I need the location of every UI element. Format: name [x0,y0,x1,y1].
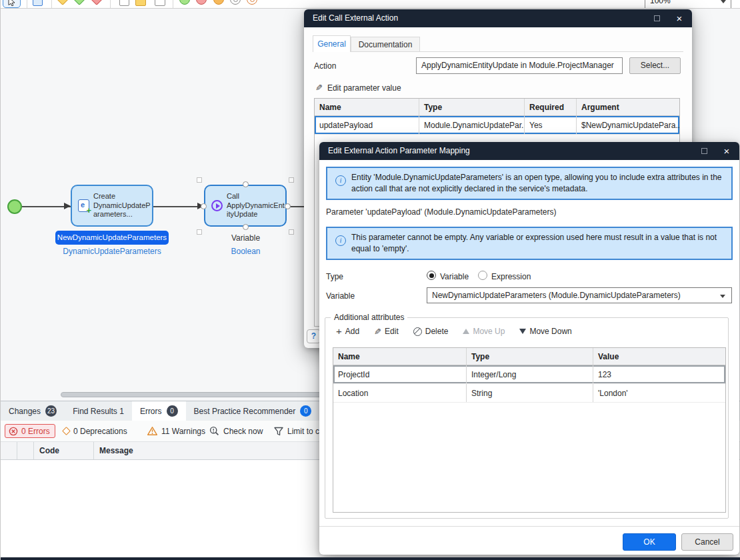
not-empty-info-text: This parameter cannot be empty. Any vari… [351,232,723,255]
create-object-node[interactable]: e+ Create DynamicUpdateP arameters... [71,185,153,227]
close-button[interactable]: × [717,142,737,160]
bottom-tab-label: Best Practice Recommender [194,407,296,416]
start-event-node[interactable] [7,199,22,214]
column-header[interactable]: Argument [577,99,679,115]
select-action-button[interactable]: Select... [629,57,681,74]
action-value-field[interactable]: ApplyDynamicEntityUpdate in Module.Proje… [416,57,623,74]
note-tool-icon[interactable] [135,0,146,6]
selection-handle[interactable] [197,177,202,183]
play-icon [211,200,223,211]
table-row[interactable]: updatePayloadModule.DynamicUpdatePar...Y… [315,116,679,135]
move-down-button[interactable]: Move Down [519,327,571,336]
end-event-tool-icon[interactable] [196,0,207,5]
ok-button[interactable]: OK [623,533,676,551]
bottom-tab-changes[interactable]: Changes23 [1,401,65,421]
additional-attributes-label: Additional attributes [331,313,407,322]
not-empty-info-box: i This parameter cannot be empty. Any va… [326,227,733,260]
table-row[interactable]: LocationString'London' [333,384,725,403]
help-button[interactable]: ? [307,329,321,343]
maximize-icon [654,15,660,21]
delete-button[interactable]: Delete [413,327,449,336]
break-event-tool-icon[interactable] [230,0,241,5]
warnings-filter-button[interactable]: 11 Warnings [147,424,205,438]
bottom-tab-label: Changes [9,407,41,416]
call-external-action-node[interactable]: Call ApplyDynamicEnt ityUpdate [204,185,287,227]
edit-button[interactable]: ✎Edit [374,327,399,337]
maximize-button[interactable] [647,9,667,27]
variable-name-badge[interactable]: NewDynamicUpdateParameters [55,231,169,245]
annotation-tool-icon[interactable] [33,0,43,6]
bottom-tab-best-practice-recommender[interactable]: Best Practice Recommender0 [186,401,320,421]
column-header[interactable]: Value [593,348,725,365]
arrowhead-icon [64,203,71,209]
variable-dropdown[interactable]: NewDynamicUpdateParameters (Module.Dynam… [427,287,732,303]
ring-inner [233,0,238,2]
add-button[interactable]: +Add [336,327,359,336]
triangle-down-icon [519,329,526,334]
selection-handle[interactable] [289,229,294,235]
flow-edge[interactable] [153,206,204,207]
bottom-tab-find-results-1[interactable]: Find Results 1 [65,401,132,421]
column-header[interactable]: Type [467,348,593,365]
continue-event-tool-icon[interactable] [247,0,257,5]
entity-glyph: e [81,201,85,209]
column-header-code[interactable]: Code [34,442,94,459]
column-header[interactable]: Name [333,348,467,365]
radio-variable-label[interactable]: Variable [440,272,469,281]
ring-inner [250,0,255,2]
errors-filter-button[interactable]: 0 Errors [5,424,55,438]
parameter-line: Parameter 'updatePayload' (Module.Dynami… [326,207,556,217]
pointer-tool-button[interactable] [3,0,21,8]
tab-count-badge: 0 [300,405,311,417]
dialog-titlebar[interactable]: Edit Call External Action × [304,9,692,27]
error-event-tool-icon[interactable] [213,0,224,5]
deprecations-filter-button[interactable]: 0 Deprecations [63,424,127,438]
limit-filter-label: Limit to c [287,427,319,436]
zoom-level-value: 100% [650,0,671,5]
table-cell: String [467,384,593,402]
type-label: Type [326,272,343,281]
pencil-icon: ✎ [315,83,323,93]
bottom-tab-label: Find Results 1 [73,407,124,416]
table-cell: ProjectId [333,365,467,383]
plus-glyph: + [86,205,91,215]
merge-tool-icon[interactable] [73,0,86,5]
radio-expression[interactable] [478,271,487,280]
document-tool-icon[interactable] [119,0,129,6]
selection-handle[interactable] [289,177,294,183]
column-header-icon[interactable] [17,442,34,459]
selection-handle[interactable] [197,229,202,235]
move-up-button[interactable]: Move Up [463,327,505,336]
selection-handle[interactable] [243,224,249,230]
table-cell: Integer/Long [467,365,593,383]
column-header[interactable]: Required [525,99,577,115]
cancel-button[interactable]: Cancel [681,533,733,551]
loop-tool-icon[interactable] [155,0,165,6]
bottom-tab-errors[interactable]: Errors0 [132,401,186,421]
decision-tool-icon[interactable] [56,0,69,5]
zoom-level-select[interactable]: 100% [645,0,731,9]
table-cell: updatePayload [315,116,419,134]
selection-handle[interactable] [243,181,249,187]
button-row-separator [319,526,739,527]
selection-handle[interactable] [285,203,291,209]
edit-parameter-value-button[interactable]: ✎ Edit parameter value [315,83,401,93]
table-row[interactable]: ProjectIdInteger/Long123 [333,365,725,384]
limit-filter-button[interactable]: Limit to c [274,424,319,438]
column-header-icon[interactable] [1,442,17,459]
selection-handle[interactable] [201,203,207,209]
close-button[interactable]: × [669,9,689,27]
check-now-button[interactable]: Check now [209,424,263,438]
tab-documentation[interactable]: Documentation [351,37,420,51]
tab-general[interactable]: General [313,35,351,52]
column-header[interactable]: Type [419,99,525,115]
dialog-titlebar[interactable]: Edit External Action Parameter Mapping × [319,142,739,160]
radio-variable[interactable] [427,271,436,280]
start-event-tool-icon[interactable] [179,0,190,5]
column-header[interactable]: Name [315,99,419,115]
variable-type-caption: DynamicUpdateParameters [55,247,169,256]
maximize-button[interactable] [694,142,714,160]
error-decision-tool-icon[interactable] [90,0,103,5]
toolbar-separator [51,0,52,8]
radio-expression-label[interactable]: Expression [491,272,531,281]
